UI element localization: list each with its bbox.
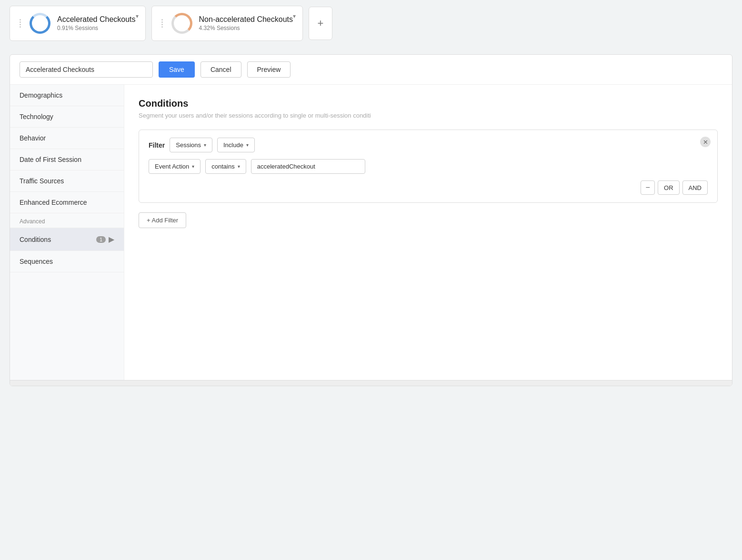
- sessions-label: Sessions: [176, 141, 201, 149]
- chevron-down-icon-1[interactable]: ▾: [136, 13, 139, 20]
- segment-info-1: Accelerated Checkouts 0.91% Sessions: [57, 15, 136, 31]
- close-filter-button[interactable]: ✕: [700, 137, 711, 147]
- plus-icon: +: [318, 17, 324, 30]
- contains-dropdown[interactable]: contains ▾: [205, 159, 246, 174]
- sidebar-item-enhanced-ecommerce[interactable]: Enhanced Ecommerce: [10, 192, 124, 213]
- and-button[interactable]: AND: [682, 180, 708, 195]
- event-action-caret-icon: ▾: [192, 164, 194, 169]
- top-bar: Accelerated Checkouts 0.91% Sessions ▾ N…: [0, 0, 742, 47]
- sidebar-label-sequences: Sequences: [20, 258, 53, 265]
- filter-actions: − OR AND: [149, 180, 708, 195]
- sidebar-item-technology[interactable]: Technology: [10, 106, 124, 128]
- sidebar-advanced-label: Advanced: [10, 213, 124, 228]
- segment-title-2: Non-accelerated Checkouts: [199, 15, 293, 24]
- sessions-caret-icon: ▾: [204, 142, 206, 148]
- add-segment-button[interactable]: +: [309, 7, 332, 40]
- sessions-dropdown[interactable]: Sessions ▾: [170, 138, 212, 152]
- cancel-button[interactable]: Cancel: [201, 61, 241, 78]
- save-button[interactable]: Save: [159, 61, 195, 78]
- contains-label: contains: [211, 163, 234, 170]
- sidebar-label-traffic-sources: Traffic Sources: [20, 177, 64, 185]
- sidebar-label-demographics: Demographics: [20, 91, 62, 99]
- segment-title-1: Accelerated Checkouts: [57, 15, 136, 24]
- sidebar-item-demographics[interactable]: Demographics: [10, 85, 124, 106]
- filter-label: Filter: [149, 141, 165, 149]
- sidebar-label-enhanced-ecommerce: Enhanced Ecommerce: [20, 199, 87, 206]
- section-description: Segment your users and/or their sessions…: [139, 112, 718, 119]
- conditions-badge: 1: [96, 236, 106, 243]
- include-dropdown[interactable]: Include ▾: [217, 138, 255, 152]
- sidebar-item-sequences[interactable]: Sequences: [10, 251, 124, 272]
- sidebar-item-date-of-first-session[interactable]: Date of First Session: [10, 149, 124, 170]
- editor-body: Demographics Technology Behavior Date of…: [10, 85, 732, 380]
- include-caret-icon: ▾: [246, 142, 249, 148]
- sidebar-label-conditions: Conditions: [20, 236, 51, 243]
- sidebar-item-traffic-sources[interactable]: Traffic Sources: [10, 170, 124, 192]
- contains-caret-icon: ▾: [238, 164, 240, 169]
- sidebar-item-behavior[interactable]: Behavior: [10, 128, 124, 149]
- filter-header: Filter Sessions ▾ Include ▾: [149, 138, 708, 152]
- event-action-dropdown[interactable]: Event Action ▾: [149, 159, 201, 174]
- minus-icon: −: [645, 183, 650, 192]
- content-area: Conditions Segment your users and/or the…: [124, 85, 732, 380]
- filter-row: Event Action ▾ contains ▾: [149, 159, 708, 174]
- main-panel: Save Cancel Preview Demographics Technol…: [0, 47, 742, 394]
- segment-name-input[interactable]: [20, 61, 153, 78]
- include-label: Include: [223, 141, 243, 149]
- donut-chart-blue: [30, 13, 50, 34]
- remove-filter-button[interactable]: −: [641, 180, 655, 195]
- filter-box: Filter Sessions ▾ Include ▾ Event Action: [139, 130, 718, 203]
- segment-subtitle-1: 0.91% Sessions: [57, 25, 136, 31]
- donut-chart-orange: [171, 13, 192, 34]
- arrow-right-icon: ▶: [109, 235, 114, 244]
- event-action-label: Event Action: [155, 163, 189, 170]
- or-button[interactable]: OR: [658, 180, 680, 195]
- chevron-down-icon-2[interactable]: ▾: [293, 13, 296, 20]
- header-row: Save Cancel Preview: [10, 55, 732, 85]
- horizontal-scrollbar[interactable]: [10, 380, 732, 386]
- sidebar-label-technology: Technology: [20, 113, 53, 120]
- segment-card-1[interactable]: Accelerated Checkouts 0.91% Sessions ▾: [10, 6, 146, 41]
- segment-info-2: Non-accelerated Checkouts 4.32% Sessions: [199, 15, 293, 31]
- filter-value-input[interactable]: [251, 159, 365, 174]
- segment-card-2[interactable]: Non-accelerated Checkouts 4.32% Sessions…: [151, 6, 303, 41]
- add-filter-button[interactable]: + Add Filter: [139, 212, 186, 228]
- page-title: Conditions: [139, 98, 718, 109]
- sidebar-label-behavior: Behavior: [20, 134, 46, 142]
- preview-button[interactable]: Preview: [247, 61, 291, 78]
- sidebar: Demographics Technology Behavior Date of…: [10, 85, 124, 380]
- sidebar-item-conditions[interactable]: Conditions 1 ▶: [10, 228, 124, 251]
- editor-container: Save Cancel Preview Demographics Technol…: [10, 54, 732, 386]
- sidebar-label-date-of-first-session: Date of First Session: [20, 156, 81, 163]
- close-icon: ✕: [703, 139, 708, 146]
- segment-subtitle-2: 4.32% Sessions: [199, 25, 293, 31]
